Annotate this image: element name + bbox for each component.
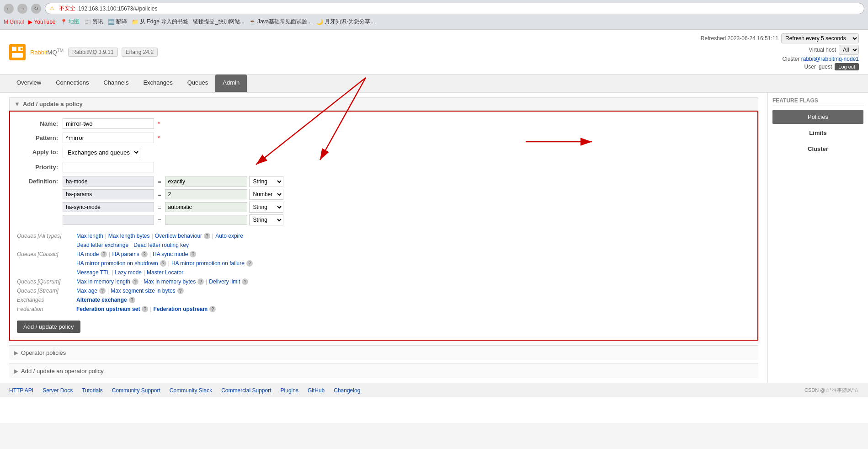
link-overflow-behaviour[interactable]: Overflow behaviour [155,233,202,239]
def-equals-3: = [156,217,163,224]
sidebar-btn-policies[interactable]: Policies [772,110,863,124]
link-max-in-memory-length[interactable]: Max in memory length [76,278,130,285]
def-type-3[interactable]: String Number Boolean List [249,214,283,225]
nav-admin[interactable]: Admin [215,75,247,92]
queues-classic-label: Queues [Classic] [17,251,76,257]
ha-mirror-failure-help[interactable]: ? [246,260,253,267]
link-max-age[interactable]: Max age [76,288,97,294]
max-age-help[interactable]: ? [99,288,106,294]
bookmark-news[interactable]: 📰 资讯 [84,18,103,26]
operator-policies-header[interactable]: ▶ Operator policies [9,346,758,360]
link-dead-letter-exchange[interactable]: Dead letter exchange [76,242,128,248]
overflow-help-icon[interactable]: ? [204,233,210,239]
link-federation-upstream[interactable]: Federation upstream [154,306,208,312]
footer-link-plugins[interactable]: Plugins [281,387,298,394]
apply-to-select[interactable]: Exchanges and queues Exchanges Queues [63,147,140,158]
def-val-1[interactable] [165,189,247,199]
def-row-3: = String Number Boolean List [63,214,751,225]
bookmark-links[interactable]: 链接提交_快加网站... [193,18,245,26]
ha-mode-help[interactable]: ? [101,251,107,257]
link-ha-mirror-failure[interactable]: HA mirror promotion on failure [171,260,245,267]
link-alternate-exchange[interactable]: Alternate exchange [76,297,127,303]
footer-link-github[interactable]: GitHub [308,387,325,394]
link-max-in-memory-bytes[interactable]: Max in memory bytes [144,278,196,285]
link-auto-expire[interactable]: Auto expire [215,233,243,239]
bookmark-translate[interactable]: 🔤 翻译 [108,18,127,26]
bookmark-gmail[interactable]: M Gmail [4,19,24,25]
priority-input[interactable] [63,162,154,172]
refresh-button[interactable]: ↻ [31,4,41,14]
link-message-ttl[interactable]: Message TTL [76,269,110,276]
footer-link-changelog[interactable]: Changelog [334,387,360,394]
footer-link-community-slack[interactable]: Community Slack [170,387,212,394]
def-val-3[interactable] [165,215,247,225]
address-bar[interactable]: ⚠ 不安全 192.168.13.100:15673/#/policies [45,3,864,14]
header-right: Refreshed 2023-06-24 16:51:11 Refresh ev… [701,33,859,70]
link-ha-sync-mode[interactable]: HA sync mode [153,251,188,257]
nav-channels[interactable]: Channels [96,75,136,92]
link-max-length[interactable]: Max length [76,233,103,239]
nav-exchanges[interactable]: Exchanges [136,75,180,92]
ha-sync-help[interactable]: ? [190,251,196,257]
nav-connections[interactable]: Connections [48,75,96,92]
queues-stream-label: Queues [Stream] [17,288,76,294]
ha-mirror-shutdown-help[interactable]: ? [160,260,166,267]
add-update-policy-button[interactable]: Add / update policy [17,321,80,333]
max-mem-length-help[interactable]: ? [132,278,138,285]
app-nav: Overview Connections Channels Exchanges … [0,75,868,93]
ha-params-help[interactable]: ? [141,251,148,257]
def-val-2[interactable] [165,202,247,212]
bookmark-youtube[interactable]: ▶ YouTube [28,19,55,25]
footer-link-server-docs[interactable]: Server Docs [43,387,73,394]
delivery-limit-help[interactable]: ? [242,278,248,285]
sidebar-btn-limits[interactable]: Limits [772,126,863,140]
link-ha-params[interactable]: HA params [112,251,139,257]
max-mem-bytes-help[interactable]: ? [197,278,204,285]
cluster-link[interactable]: rabbit@rabbitmq-node1 [801,56,859,62]
sidebar-btn-cluster[interactable]: Cluster [772,142,863,156]
def-key-0[interactable] [63,176,154,187]
link-dead-letter-routing-key[interactable]: Dead letter routing key [133,242,189,248]
name-input[interactable] [63,118,154,129]
link-ha-mode[interactable]: HA mode [76,251,99,257]
bookmark-maps[interactable]: 📍 地图 [60,18,80,26]
footer-link-community-support[interactable]: Community Support [112,387,160,394]
back-button[interactable]: ← [4,4,14,14]
nav-overview[interactable]: Overview [9,75,48,92]
virtual-host-label: Virtual host [809,47,836,53]
alternate-exchange-help[interactable]: ? [129,297,135,303]
link-ha-mirror-shutdown[interactable]: HA mirror promotion on shutdown [76,260,158,267]
nav-queues[interactable]: Queues [180,75,216,92]
footer-link-commercial-support[interactable]: Commercial Support [221,387,271,394]
vhost-select[interactable]: All / [839,45,859,55]
forward-button[interactable]: → [17,4,27,14]
fed-upstream-set-help[interactable]: ? [142,306,148,312]
add-operator-policy-header[interactable]: ▶ Add / update an operator policy [9,364,758,378]
pattern-input[interactable] [63,133,154,143]
link-max-length-bytes[interactable]: Max length bytes [108,233,150,239]
def-type-0[interactable]: String Number Boolean List [249,176,283,187]
def-key-2[interactable] [63,202,154,212]
bookmark-edge-imports[interactable]: 📁 从 Edge 导入的书签 [132,18,189,26]
user-value: guest [819,64,832,70]
bookmark-yueyue[interactable]: 🌙 月牙知识-为您分享... [316,18,375,26]
add-update-policy-header[interactable]: ▼ Add / update a policy [9,97,758,111]
footer-link-tutorials[interactable]: Tutorials [82,387,103,394]
footer-link-http-api[interactable]: HTTP API [9,387,33,394]
fed-upstream-help[interactable]: ? [209,306,216,312]
def-key-3[interactable] [63,215,154,225]
pattern-control: * [63,133,751,143]
link-federation-upstream-set[interactable]: Federation upstream set [76,306,140,312]
refresh-select[interactable]: Refresh every 5 seconds Refresh every 10… [781,33,859,43]
def-val-0[interactable] [165,176,247,187]
def-key-1[interactable] [63,189,154,199]
max-segment-help[interactable]: ? [177,288,184,294]
link-master-locator[interactable]: Master Locator [147,269,183,276]
bookmark-java[interactable]: ☕ Java基础常见面试题... [249,18,312,26]
link-lazy-mode[interactable]: Lazy mode [115,269,142,276]
def-type-1[interactable]: String Number Boolean List [249,189,283,200]
link-delivery-limit[interactable]: Delivery limit [209,278,240,285]
def-type-2[interactable]: String Number Boolean List [249,202,283,213]
link-max-segment-size[interactable]: Max segment size in bytes [111,288,175,294]
logout-button[interactable]: Log out [835,63,859,70]
